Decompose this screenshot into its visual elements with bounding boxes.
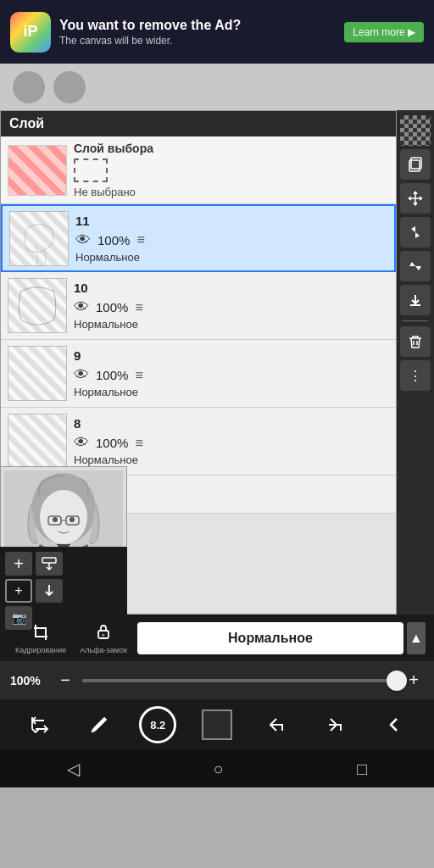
svg-point-13 — [53, 517, 58, 522]
learn-more-button[interactable]: Learn more ▶ — [344, 22, 424, 42]
layer-opacity-9: 100% — [96, 368, 128, 382]
add-layer-small-button[interactable]: + — [5, 579, 32, 603]
layer-number-9: 9 — [74, 348, 389, 363]
main-area: Слой Слой выбора Не выбрано 11 — [0, 110, 434, 615]
svg-point-14 — [70, 517, 75, 522]
undo-tool[interactable] — [258, 706, 295, 743]
merge-layer-button[interactable] — [36, 552, 63, 576]
layer-selection-row[interactable]: Слой выбора Не выбрано — [1, 136, 396, 204]
delete-layer-button[interactable] — [400, 326, 431, 357]
menu-icon-9[interactable]: ≡ — [135, 368, 142, 383]
brush-size-value: 8.2 — [150, 719, 165, 732]
zoom-slider-fill — [82, 679, 176, 682]
toolbar-divider — [403, 320, 428, 321]
layer-row-9[interactable]: 9 👁 100% ≡ Нормальное — [1, 340, 396, 408]
copy-layer-button[interactable] — [400, 149, 431, 180]
layer-mode-11: Нормальное — [75, 251, 387, 264]
ad-subtitle: The canvas will be wider. — [59, 35, 336, 47]
layer-panel-title: Слой — [9, 116, 44, 131]
eye-icon-9[interactable]: 👁 — [74, 366, 89, 384]
right-toolbar: ⋮ — [397, 110, 434, 615]
move-button[interactable] — [400, 183, 431, 214]
brush-circle-display: 8.2 — [139, 706, 176, 743]
color-square-display — [202, 709, 232, 740]
move-layer-down-button[interactable] — [36, 579, 63, 603]
selection-indicator — [74, 159, 108, 182]
svg-text:α: α — [102, 632, 105, 637]
menu-icon-11[interactable]: ≡ — [136, 232, 144, 248]
layer-selection-thumb — [8, 145, 67, 196]
alpha-lock-label: Альфа-замок — [80, 646, 127, 654]
back-nav-button[interactable]: ◁ — [67, 759, 80, 779]
blend-mode-scroll-button[interactable]: ▲ — [407, 622, 426, 654]
layer-ctrl-bottom-row: + — [5, 579, 122, 603]
transform-tool[interactable] — [21, 706, 58, 743]
layer-info-9: 9 👁 100% ≡ Нормальное — [67, 348, 389, 398]
layer-info-8: 8 👁 100% ≡ Нормальное — [67, 416, 389, 466]
eye-icon-11[interactable]: 👁 — [75, 231, 91, 249]
redo-tool[interactable] — [316, 706, 353, 743]
layer-row-11[interactable]: 11 👁 100% ≡ Нормальное — [1, 204, 396, 272]
svg-rect-17 — [42, 558, 56, 563]
layer-opacity-row-11: 👁 100% ≡ — [75, 231, 387, 249]
brush-size-selector[interactable]: 8.2 — [139, 706, 176, 743]
camera-button[interactable]: 📷 — [5, 606, 32, 630]
checker-pattern-button[interactable] — [400, 115, 431, 146]
layer-selection-title: Слой выбора — [74, 142, 389, 155]
ad-app-icon: iP — [10, 12, 51, 53]
layer-number-11: 11 — [75, 214, 387, 228]
layer-selection-info: Слой выбора Не выбрано — [74, 142, 389, 198]
flip-vertical-button[interactable] — [400, 251, 431, 281]
layer-info-11: 11 👁 100% ≡ Нормальное — [69, 214, 387, 264]
recents-nav-button[interactable]: □ — [357, 760, 367, 779]
layer-opacity-row-10: 👁 100% ≡ — [74, 298, 389, 316]
zoom-slider-track[interactable] — [82, 679, 397, 682]
layer-info-10: 10 👁 100% ≡ Нормальное — [67, 281, 389, 331]
zoom-value-label: 100% — [10, 674, 48, 687]
layer-bottom-controls: + + 📷 — [0, 547, 127, 615]
layer-opacity-8: 100% — [96, 436, 128, 450]
zoom-slider-thumb[interactable] — [387, 670, 407, 691]
layer-opacity-row-9: 👁 100% ≡ — [74, 366, 389, 384]
crop-label: Кадрирование — [15, 646, 66, 654]
brush-tool[interactable] — [81, 706, 118, 743]
top-controls — [0, 64, 434, 110]
eye-icon-10[interactable]: 👁 — [74, 298, 89, 316]
layer-opacity-11: 100% — [97, 233, 130, 248]
layer-number-8: 8 — [74, 416, 389, 431]
layer-row-10[interactable]: 10 👁 100% ≡ Нормальное — [1, 272, 396, 340]
menu-icon-10[interactable]: ≡ — [135, 300, 142, 315]
blend-mode-display[interactable]: Нормальное — [137, 622, 403, 654]
layer-mode-8: Нормальное — [74, 453, 389, 466]
layer-thumb-10 — [8, 278, 67, 333]
more-options-button[interactable]: ⋮ — [400, 360, 431, 391]
ad-text-area: You want to remove the Ad? The canvas wi… — [59, 17, 336, 47]
layer-ctrl-top-row: + — [5, 552, 122, 576]
ad-title: You want to remove the Ad? — [59, 17, 336, 33]
tool-bar: 8.2 — [0, 699, 434, 750]
svg-point-9 — [40, 490, 87, 544]
layer-opacity-10: 100% — [96, 300, 128, 314]
zoom-minus-button[interactable]: − — [55, 670, 75, 690]
home-nav-button[interactable]: ○ — [213, 760, 223, 779]
layer-mode-10: Нормальное — [74, 318, 389, 331]
top-circle-2[interactable] — [53, 71, 86, 103]
layer-row-8[interactable]: 8 👁 100% ≡ Нормальное — [1, 408, 396, 476]
back-tool[interactable] — [376, 706, 413, 743]
navigation-bar: ◁ ○ □ — [0, 750, 434, 787]
ad-banner: iP You want to remove the Ad? The canvas… — [0, 0, 434, 64]
zoom-bar: 100% − + — [0, 661, 434, 699]
move-down-button[interactable] — [400, 285, 431, 315]
layer-thumb-8 — [8, 414, 67, 469]
flip-horizontal-button[interactable] — [400, 217, 431, 248]
layer-number-10: 10 — [74, 281, 389, 295]
menu-icon-8[interactable]: ≡ — [135, 436, 142, 451]
top-circle-1[interactable] — [13, 71, 45, 103]
layer-thumb-9 — [8, 346, 67, 401]
layer-not-selected-label: Не выбрано — [74, 186, 389, 198]
layer-thumb-11 — [9, 211, 69, 266]
add-layer-button[interactable]: + — [5, 552, 32, 576]
eye-icon-8[interactable]: 👁 — [74, 434, 89, 452]
color-selector[interactable] — [198, 706, 236, 743]
layer-panel-header: Слой — [1, 111, 396, 136]
